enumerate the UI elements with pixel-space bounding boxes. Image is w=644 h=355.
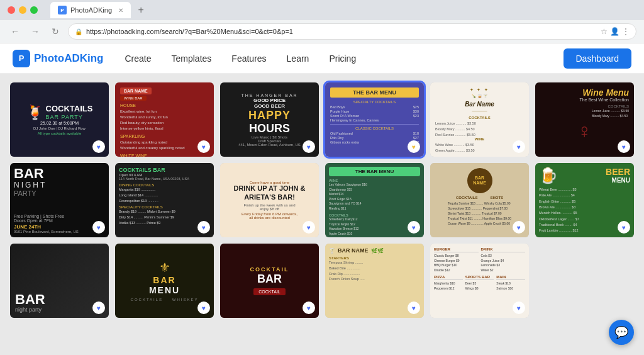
browser-chrome: P PhotoADKing ✕ + ← → ↻ 🔒 https://photoa…: [0, 0, 644, 43]
card-bar: BAR: [257, 273, 282, 286]
tab-label: PhotoADKing: [70, 6, 112, 14]
heart-icon[interactable]: ♥: [513, 221, 525, 234]
card-item: Rob Roy$27: [330, 136, 419, 140]
main-content: 🍹 COCKTAILS Bar Party 25.02.30 at 5:00PM…: [0, 74, 644, 355]
forward-button[interactable]: →: [28, 24, 43, 39]
heart-icon[interactable]: ♥: [92, 221, 105, 234]
col-title: PIZZA: [434, 275, 463, 280]
card-categories: COCKTAILS WHISKEY: [131, 298, 199, 301]
chat-icon: 💬: [614, 325, 628, 339]
card-info: Free Parking | Shots FreeDoors Open at 7…: [14, 214, 79, 223]
col-title: DRINK: [481, 247, 526, 252]
close-button[interactable]: [8, 6, 15, 14]
card-col-burger: BURGER Classic Burger $8Cheese Burger $9…: [434, 247, 479, 273]
tab-close-icon[interactable]: ✕: [118, 7, 123, 14]
card-bar-classic[interactable]: ✦ ✦ ✦ 🍾 🥃 🍸 Bar Name ——— COCKTAILS Lemon…: [430, 82, 529, 157]
url-text[interactable]: https://photoadking.com/search/?q=Bar%20…: [86, 28, 597, 35]
card-menu: MENU: [606, 177, 630, 184]
card-bar-menu2[interactable]: THE BAR MENU WINE Les Valeurs Sauvignon …: [325, 163, 424, 237]
card-sub: Finish up the week with us andenjoy $8 o…: [243, 203, 295, 211]
heart-icon[interactable]: ♥: [303, 221, 315, 234]
card-badge2: WINE BAR: [120, 96, 147, 101]
card-cocktails-bar[interactable]: COCKTAILS BAR Open till 4 AM 114 North R…: [115, 163, 214, 237]
card-drink: DRINK UP AT JOHN &ARIETA'S BAR!: [233, 184, 305, 201]
heart-icon[interactable]: ♥: [197, 221, 210, 234]
nav-templates[interactable]: Templates: [169, 51, 214, 66]
card-bar-grunge[interactable]: BAR night party ♥: [10, 244, 109, 318]
heart-icon[interactable]: ♥: [618, 140, 630, 153]
card-party: PARTY: [14, 189, 47, 197]
card-col-drink: DRINK Cola $3Orange Juice $4Lemonade $3W…: [481, 247, 526, 273]
card-drink-up[interactable]: Come have a good time DRINK UP AT JOHN &…: [220, 163, 319, 237]
col-items: Margherita $10Pepperoni $12: [434, 281, 463, 291]
browser-tab[interactable]: P PhotoADKing ✕: [50, 2, 131, 18]
card-items: Tequila Sunrise $15 ........ Whisky Cola…: [448, 201, 511, 226]
bookmark-icon[interactable]: ☆: [601, 27, 608, 36]
nav-learn[interactable]: Learn: [284, 51, 312, 66]
heart-icon[interactable]: ♥: [92, 140, 105, 153]
card-items1: Lemon Juice ........... $3.50 Bloody Mar…: [435, 121, 524, 137]
card-happy: HAPPY: [248, 109, 291, 122]
card-badge: BAR NAME: [120, 87, 152, 94]
col-title: BURGER: [434, 247, 479, 252]
card-night-party[interactable]: Bar NIGHT PARTY Free Parking | Shots Fre…: [10, 163, 109, 237]
card-bar-starters[interactable]: 🍸 BAR NAME 🌿🌿 STARTERS Tempura Shrimp ..…: [325, 244, 424, 318]
card-bar-wine[interactable]: BAR NAME WINE BAR HOUSE Excellent wine, …: [115, 82, 214, 157]
card-burger-menu[interactable]: BURGER Classic Burger $8Cheese Burger $9…: [430, 244, 529, 318]
logo[interactable]: P PhotoADKing: [13, 50, 103, 67]
card-sub2: MENU: [149, 285, 180, 295]
address-bar-row: ← → ↻ 🔒 https://photoadking.com/search/?…: [0, 20, 644, 43]
card-address: 114 North Road, Bar Name, USA 00203, USA: [119, 177, 210, 181]
logo-text: PhotoADKing: [34, 52, 103, 65]
nav-features[interactable]: Features: [229, 51, 269, 66]
card-date: JUNE 24TH: [14, 224, 79, 230]
card-cocktails-party[interactable]: 🍹 COCKTAILS Bar Party 25.02.30 at 5:00PM…: [10, 82, 109, 157]
bar-icon: 🍸: [329, 248, 335, 254]
col-items: Cola $3Orange Juice $4Lemonade $3Water $…: [481, 254, 526, 273]
card-section1: HOUSE: [120, 103, 136, 108]
card-sub: night party: [15, 307, 45, 313]
settings-icon[interactable]: ⋮: [622, 27, 630, 36]
card-sub: Live Music | $3 ShotsDraft Specials441, …: [238, 135, 301, 147]
chat-button[interactable]: 💬: [609, 320, 634, 345]
card-items1: Margarita $19 ............... Long Islan…: [119, 187, 210, 203]
card-beer-menu[interactable]: 🍺 BEER MENU Wheat Beer .............. $3…: [535, 163, 634, 237]
heart-icon[interactable]: ♥: [303, 301, 315, 314]
card-section1: SPECIALTY COCKTAILS: [330, 100, 419, 104]
profile-icon[interactable]: 👤: [610, 27, 619, 36]
deco-icon: ⚜: [159, 260, 170, 275]
heart-icon[interactable]: ♥: [197, 140, 210, 153]
template-grid: 🍹 COCKTAILS Bar Party 25.02.30 at 5:00PM…: [10, 82, 634, 318]
heart-icon[interactable]: ♥: [408, 221, 420, 234]
minimize-button[interactable]: [19, 6, 26, 14]
card-title: COCKTAILS: [46, 104, 93, 113]
card-title: BAR NAME: [338, 247, 369, 254]
heart-icon[interactable]: ♥: [513, 301, 525, 314]
heart-icon[interactable]: ♥: [197, 301, 210, 314]
heart-icon[interactable]: ♥: [408, 301, 420, 314]
heart-icon[interactable]: ♥: [92, 301, 105, 314]
card-bar-shots[interactable]: BARNAME COCKTAILSSHOTS Tequila Sunrise $…: [430, 163, 529, 237]
dashboard-button[interactable]: Dashboard: [564, 48, 632, 69]
card-cocktail-bar2[interactable]: cockTaIL BAR COCKTAIL ♥: [220, 244, 319, 318]
card-happy-hours[interactable]: THE HANGER BAR GOOD PRICEGOOD BEER HAPPY…: [220, 82, 319, 157]
card-the-bar-menu[interactable]: THE BAR MENU SPECIALTY COCKTAILS Bad Boy…: [325, 82, 424, 157]
heart-icon[interactable]: ♥: [513, 140, 525, 153]
card-bar-whiskey[interactable]: ⚜ BAR MENU COCKTAILS WHISKEY ♥: [115, 244, 214, 318]
address-box[interactable]: 🔒 https://photoadking.com/search/?q=Bar%…: [68, 23, 636, 40]
card-item: Bad Boys$25: [330, 105, 419, 109]
heart-icon[interactable]: ♥: [408, 140, 420, 153]
card-title: BEER: [606, 167, 630, 177]
heart-icon[interactable]: ♥: [303, 140, 315, 153]
back-button[interactable]: ←: [8, 24, 23, 39]
nav-create[interactable]: Create: [122, 51, 153, 66]
new-tab-button[interactable]: +: [133, 3, 148, 18]
col-title: SPORTS BAR: [465, 275, 494, 280]
card-subtitle: Bar Party: [46, 114, 93, 120]
refresh-button[interactable]: ↻: [48, 24, 63, 39]
heart-icon[interactable]: ♥: [618, 221, 630, 234]
nav-pricing[interactable]: Pricing: [326, 51, 358, 66]
card-col-pizza: PIZZA Margherita $10Pepperoni $12: [434, 275, 463, 291]
maximize-button[interactable]: [30, 6, 38, 14]
card-wine-menu[interactable]: Wine Menu The Best Wine Collection COCKT…: [535, 82, 634, 157]
